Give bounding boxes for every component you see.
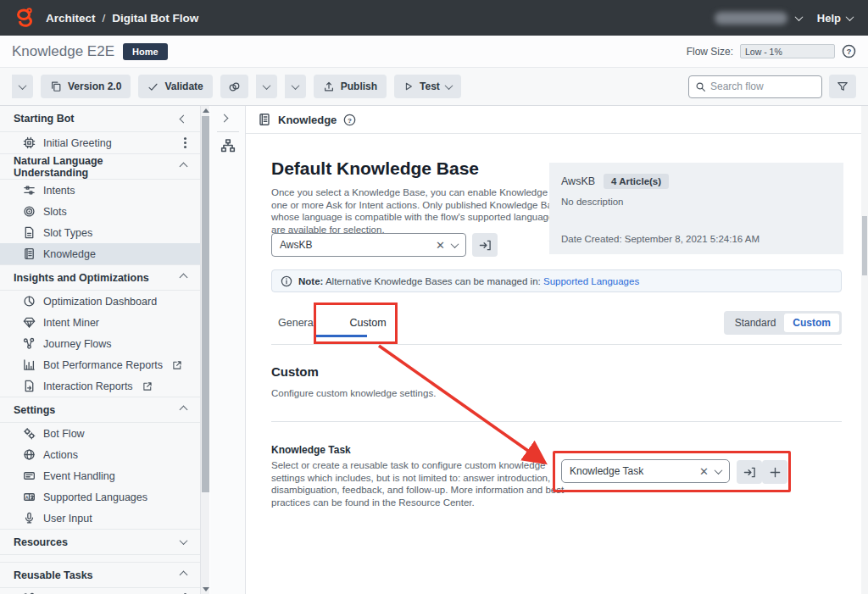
svg-text:A: A [25,495,29,500]
knowledge-base-card: AwsKB 4 Article(s) No description Date C… [549,163,843,254]
svg-text:?: ? [348,116,352,124]
sidebar-item-journey-flows[interactable]: Journey Flows [0,333,200,354]
help-label: Help [817,12,841,25]
toggle-custom[interactable]: Custom [784,314,839,332]
globe-icon [23,448,36,461]
search-flow-input[interactable] [710,80,815,92]
sidebar-item-initial-greeting[interactable]: Initial Greeting [0,132,200,153]
sidebar-item-actions[interactable]: Actions [0,444,200,465]
knowledge-base-select[interactable]: AwsKB ✕ [271,233,466,257]
help-menu[interactable]: Help [817,12,853,25]
genesys-logo-icon [15,8,34,28]
microphone-icon [23,512,36,525]
sidebar-item-supported-languages[interactable]: A Supported Languages [0,486,200,508]
breadcrumb-product: Digital Bot Flow [112,12,198,25]
knowledge-book-icon [23,247,36,260]
scroll-down-icon[interactable] [203,587,209,591]
flow-toolbar: Save Version 2.0 Validate [0,68,868,106]
kb-card-date-created: Date Created: September 8, 2021 5:24:16 … [561,234,760,244]
language-dropdown-button[interactable] [285,75,306,98]
link-button[interactable] [220,75,248,98]
search-filter-button[interactable] [829,75,856,98]
supported-languages-link[interactable]: Supported Languages [543,276,639,286]
question-circle-icon[interactable]: ? [842,44,856,58]
toggle-standard[interactable]: Standard [726,314,785,332]
main-scrollbar[interactable] [861,106,868,594]
bar-chart-icon [23,358,36,371]
chevron-down-icon [846,13,854,21]
validate-button[interactable]: Validate [138,75,212,98]
chevron-up-icon [180,274,188,282]
sidebar-scrollbar[interactable] [200,106,209,594]
version-copy-icon [50,80,62,92]
sidebar-section-nlu[interactable]: Natural Language Understanding [0,153,200,180]
translate-icon: A [23,491,36,503]
sidebar-item-bot-performance-reports[interactable]: Bot Performance Reports [0,354,200,375]
add-knowledge-task-button[interactable] [762,460,787,484]
clear-x-icon[interactable]: ✕ [699,466,709,477]
sidebar-section-reusable-tasks[interactable]: Reusable Tasks [0,562,200,588]
external-link-icon [142,381,153,391]
validate-check-icon [147,81,159,92]
plus-icon [769,466,782,479]
scrollbar-thumb[interactable] [862,216,867,275]
breadcrumb-app[interactable]: Architect [46,12,96,25]
open-knowledge-task-button[interactable] [737,460,762,484]
sidebar-item-user-input[interactable]: User Input [0,508,200,529]
knowledge-task-select[interactable]: Knowledge Task ✕ [561,459,730,483]
ordered-list-dropdown-button[interactable] [256,75,277,98]
scroll-up-icon[interactable] [203,108,209,113]
save-dropdown-button[interactable] [12,75,33,98]
flow-size-label: Flow Size: [687,46,733,58]
sidebar-item-reusable-task-clipped[interactable] [0,588,200,594]
publish-button[interactable]: Publish [314,75,387,98]
pie-chart-icon [23,295,36,308]
question-circle-icon[interactable]: ? [343,114,356,126]
tree-hierarchy-icon[interactable] [220,138,236,153]
sidebar-section-settings[interactable]: Settings [0,397,200,423]
user-menu[interactable] [715,12,802,25]
knowledge-task-label: Knowledge Task [271,444,351,456]
goto-arrow-icon [743,466,756,479]
home-badge: Home [123,43,168,60]
intents-sliders-icon [23,184,36,197]
version-button[interactable]: Version 2.0 [41,75,131,98]
collapse-panel-icon[interactable] [180,114,188,123]
toolbox-rail [210,106,246,594]
sidebar-item-slots[interactable]: Slots [0,201,200,222]
sidebar-section-insights[interactable]: Insights and Optimizations [0,264,200,291]
expand-panel-icon[interactable] [220,114,229,123]
chevron-down-icon [794,13,803,21]
scrollbar-thumb[interactable] [202,116,209,492]
note-banner: Note: Alternative Knowledge Bases can be… [271,269,842,292]
custom-section-heading: Custom [271,364,319,379]
chevron-up-icon [180,406,188,414]
sidebar-item-event-handling[interactable]: Event Handling [0,465,200,486]
test-button[interactable]: Test [394,75,461,98]
breadcrumb-separator: / [103,12,106,25]
svg-text:?: ? [847,47,852,56]
search-flow-box [688,75,822,98]
info-circle-icon [281,275,292,287]
flow-name: Knowledge E2E [12,43,114,60]
default-kb-heading: Default Knowledge Base [271,158,479,179]
bot-chip-icon [23,136,36,149]
slots-target-icon [23,205,36,218]
sidebar-item-intents[interactable]: Intents [0,180,200,201]
sidebar-section-resources[interactable]: Resources [0,529,200,555]
sidebar-item-knowledge[interactable]: Knowledge [0,243,200,264]
clear-x-icon[interactable]: ✕ [436,240,445,251]
tab-general[interactable]: General [271,312,322,339]
tabs-divider [271,344,842,345]
knowledge-page-header: Knowledge ? [246,106,868,134]
open-knowledge-base-button[interactable] [472,233,498,257]
kb-card-description: No description [561,197,832,207]
sidebar-item-optimization-dashboard[interactable]: Optimization Dashboard [0,291,200,312]
sidebar-section-starting-bot[interactable]: Starting Bot [0,106,200,132]
sidebar-item-intent-miner[interactable]: Intent Miner [0,312,200,333]
sidebar-item-bot-flow[interactable]: Bot Flow [0,423,200,444]
default-kb-description: Once you select a Knowledge Base, you ca… [271,186,570,236]
sidebar-item-slot-types[interactable]: Slot Types [0,222,200,243]
kebab-menu-icon[interactable] [184,142,186,144]
sidebar-item-interaction-reports[interactable]: Interaction Reports [0,375,200,397]
